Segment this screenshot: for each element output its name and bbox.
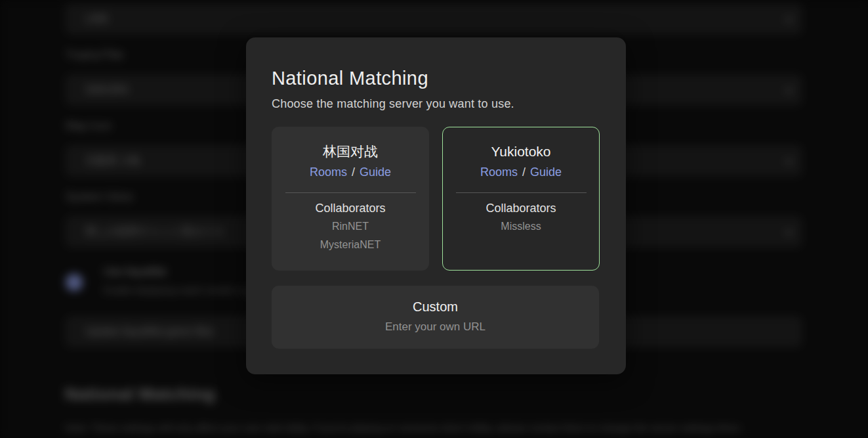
divider: [285, 192, 416, 193]
national-matching-dialog: National Matching Choose the matching se…: [246, 37, 626, 374]
custom-server-card[interactable]: Custom Enter your own URL: [272, 286, 599, 349]
server-card-linguo[interactable]: 林国对战 Rooms / Guide Collaborators RinNET …: [272, 127, 429, 271]
link-separator: /: [350, 165, 356, 179]
rooms-link[interactable]: Rooms: [480, 165, 518, 179]
guide-link[interactable]: Guide: [360, 165, 391, 179]
server-links: Rooms / Guide: [272, 164, 428, 181]
custom-subtitle: Enter your own URL: [272, 320, 599, 334]
dialog-subtitle: Choose the matching server you want to u…: [272, 97, 600, 111]
dialog-title: National Matching: [272, 68, 600, 89]
collaborator: MysteriaNET: [272, 238, 428, 252]
server-name: 林国对战: [272, 142, 428, 161]
link-separator: /: [521, 165, 527, 179]
collaborators-heading: Collaborators: [272, 202, 428, 215]
rooms-link[interactable]: Rooms: [310, 165, 347, 179]
collaborator: Missless: [443, 219, 599, 234]
custom-title: Custom: [272, 299, 599, 315]
guide-link[interactable]: Guide: [530, 165, 562, 179]
server-card-yukiotoko[interactable]: Yukiotoko Rooms / Guide Collaborators Mi…: [442, 127, 600, 271]
server-links: Rooms / Guide: [443, 164, 599, 181]
collaborators-heading: Collaborators: [443, 202, 599, 215]
divider: [456, 192, 587, 193]
collaborator: RinNET: [272, 219, 428, 234]
server-options: 林国对战 Rooms / Guide Collaborators RinNET …: [272, 127, 600, 271]
server-name: Yukiotoko: [443, 142, 599, 161]
